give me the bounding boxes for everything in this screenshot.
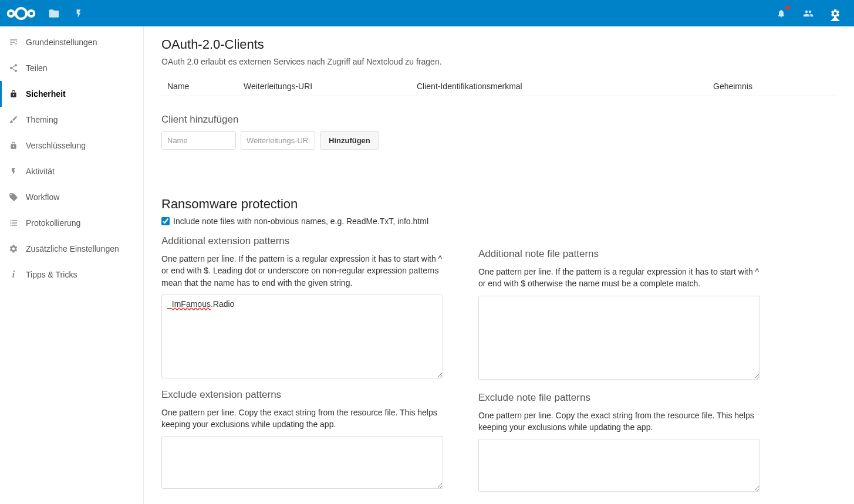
th-client-id: Client-Identifikationsmerkmal <box>417 82 713 91</box>
th-secret: Geheimnis <box>713 82 831 91</box>
include-notes-checkbox[interactable] <box>161 217 170 225</box>
active-indicator-arrow <box>831 16 840 21</box>
settings-sidebar: Grundeinstellungen Teilen Sicherheit The… <box>0 26 144 504</box>
th-uri: Weiterleitungs-URI <box>244 82 417 91</box>
ext-patterns-title: Additional extension patterns <box>161 235 443 247</box>
th-name: Name <box>167 82 244 91</box>
sidebar-item-basic[interactable]: Grundeinstellungen <box>0 29 143 55</box>
sidebar-item-label: Zusätzliche Einstellungen <box>26 244 119 253</box>
sidebar-item-workflow[interactable]: Workflow <box>0 184 143 210</box>
notification-dot <box>785 5 789 9</box>
excl-ext-title: Exclude extension patterns <box>161 389 443 401</box>
share-icon <box>8 63 19 73</box>
note-patterns-textarea[interactable] <box>478 296 760 380</box>
note-patterns-title: Additional note file patterns <box>478 248 760 260</box>
info-icon: i <box>8 269 19 280</box>
lock-icon <box>8 141 19 150</box>
sidebar-item-label: Teilen <box>26 63 48 73</box>
svg-point-1 <box>16 8 26 18</box>
sidebar-item-activity[interactable]: Aktivität <box>0 158 143 184</box>
sidebar-item-label: Aktivität <box>26 167 55 176</box>
sidebar-item-theming[interactable]: Theming <box>0 107 143 133</box>
ext-patterns-help: One pattern per line. If the pattern is … <box>161 253 443 289</box>
ext-patterns-textarea[interactable]: _ImFamous.Radio <box>161 295 443 378</box>
list-icon <box>8 218 19 228</box>
brush-icon <box>8 115 19 124</box>
excl-ext-textarea[interactable] <box>161 436 443 489</box>
app-header <box>0 0 854 26</box>
note-patterns-help: One pattern per line. If the pattern is … <box>478 266 760 290</box>
sliders-icon <box>8 38 19 47</box>
oauth-table-header: Name Weiterleitungs-URI Client-Identifik… <box>161 77 836 96</box>
sidebar-item-label: Tipps & Tricks <box>26 270 77 279</box>
gear-icon <box>8 244 19 253</box>
content-area: OAuth-2.0-Clients OAuth 2.0 erlaubt es e… <box>144 26 854 504</box>
sidebar-item-encryption[interactable]: Verschlüsselung <box>0 133 143 158</box>
oauth-title: OAuth-2.0-Clients <box>161 37 836 52</box>
sidebar-item-additional[interactable]: Zusätzliche Einstellungen <box>0 236 143 262</box>
excl-note-help: One pattern per line. Copy the exact str… <box>478 410 760 434</box>
sidebar-item-label: Grundeinstellungen <box>26 38 97 47</box>
add-client-button[interactable]: Hinzufügen <box>320 131 379 150</box>
tag-icon <box>8 192 19 202</box>
ransomware-title: Ransomware protection <box>161 197 836 212</box>
excl-ext-help: One pattern per line. Copy the exact str… <box>161 407 443 431</box>
sidebar-item-label: Workflow <box>26 192 59 202</box>
sidebar-item-label: Verschlüsselung <box>26 141 86 150</box>
client-name-input[interactable] <box>161 131 236 150</box>
sidebar-item-label: Theming <box>26 115 58 124</box>
sidebar-item-logging[interactable]: Protokollierung <box>0 210 143 236</box>
activity-icon[interactable] <box>72 6 86 21</box>
sidebar-item-label: Sicherheit <box>26 89 66 99</box>
excl-note-textarea[interactable] <box>478 439 760 492</box>
oauth-description: OAuth 2.0 erlaubt es externen Services n… <box>161 57 836 66</box>
client-uri-input[interactable] <box>241 131 315 150</box>
svg-point-0 <box>8 11 14 16</box>
app-logo[interactable] <box>6 5 36 22</box>
sidebar-item-label: Protokollierung <box>26 218 80 228</box>
svg-point-2 <box>28 11 34 16</box>
add-client-title: Client hinzufügen <box>161 114 836 126</box>
excl-note-title: Exclude note file patterns <box>478 392 760 404</box>
sidebar-item-tips[interactable]: i Tipps & Tricks <box>0 262 143 287</box>
lock-icon <box>8 90 19 98</box>
files-icon[interactable] <box>47 6 61 21</box>
contacts-icon[interactable] <box>801 6 815 21</box>
bolt-icon <box>8 167 19 175</box>
include-notes-label[interactable]: Include note files with non-obvious name… <box>173 217 428 226</box>
sidebar-item-sharing[interactable]: Teilen <box>0 55 143 81</box>
sidebar-item-security[interactable]: Sicherheit <box>0 81 143 107</box>
